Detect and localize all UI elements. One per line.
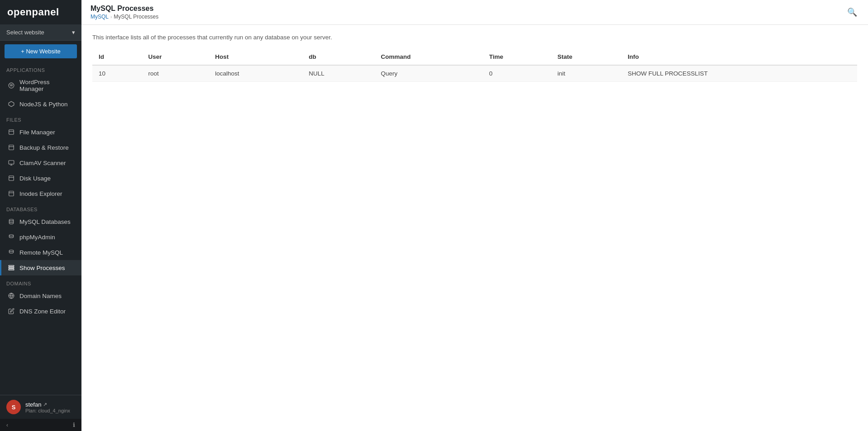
inodes-explorer-label: Inodes Explorer xyxy=(19,190,62,197)
breadcrumb-current: MySQL Processes xyxy=(114,14,158,20)
chevron-down-icon: ▾ xyxy=(72,29,75,36)
table-cell-state: init xyxy=(551,65,621,82)
sidebar-item-file-manager[interactable]: File Manager xyxy=(0,124,81,140)
sidebar-footer: S stefan ↗ Plan: cloud_4_nginx xyxy=(0,395,81,419)
collapse-sidebar-button[interactable]: ‹ xyxy=(6,422,8,428)
table-header-user: User xyxy=(142,49,209,65)
select-website-dropdown[interactable]: Select website ▾ xyxy=(0,24,81,41)
table-header-state: State xyxy=(551,49,621,65)
remote-mysql-icon xyxy=(8,249,15,256)
table-header-db: db xyxy=(302,49,374,65)
sidebar-bottom-bar: ‹ ℹ xyxy=(0,419,81,431)
svg-marker-2 xyxy=(9,101,14,107)
table-header-info: Info xyxy=(621,49,857,65)
mysql-databases-icon xyxy=(8,218,15,225)
table-cell-command: Query xyxy=(374,65,482,82)
main-content: MySQL Processes MySQL›MySQL Processes 🔍 … xyxy=(81,0,868,431)
svg-rect-6 xyxy=(9,176,14,181)
inodes-explorer-icon xyxy=(8,190,15,197)
disk-usage-label: Disk Usage xyxy=(19,175,51,182)
svg-rect-3 xyxy=(9,130,14,135)
page-title: MySQL Processes xyxy=(91,5,158,13)
sidebar-item-show-processes[interactable]: Show Processes xyxy=(0,260,81,275)
svg-rect-4 xyxy=(9,145,14,150)
dns-zone-editor-label: DNS Zone Editor xyxy=(19,308,66,315)
svg-rect-11 xyxy=(9,265,14,266)
sidebar-section-applications: Applications xyxy=(0,62,81,75)
username[interactable]: stefan ↗ xyxy=(25,401,75,408)
sidebar-item-backup-restore[interactable]: Backup & Restore xyxy=(0,140,81,155)
breadcrumb-separator: › xyxy=(110,14,112,19)
svg-rect-12 xyxy=(9,267,14,268)
domain-names-icon xyxy=(8,292,15,299)
file-manager-icon xyxy=(8,128,15,136)
phpmyadmin-label: phpMyAdmin xyxy=(19,234,55,241)
clamav-scanner-icon xyxy=(8,159,15,166)
svg-point-8 xyxy=(9,219,13,221)
wordpress-manager-icon: W xyxy=(8,82,15,89)
sidebar-item-wordpress-manager[interactable]: WWordPress Manager xyxy=(0,75,81,96)
table-row: 10rootlocalhostNULLQuery0initSHOW FULL P… xyxy=(92,65,857,82)
breadcrumb-link[interactable]: MySQL xyxy=(91,14,109,20)
sidebar-section-domains: Domains xyxy=(0,275,81,288)
file-manager-label: File Manager xyxy=(19,129,55,136)
svg-text:W: W xyxy=(10,84,13,87)
phpmyadmin-icon xyxy=(8,233,15,241)
sidebar-item-clamav-scanner[interactable]: ClamAV Scanner xyxy=(0,155,81,171)
table-header-id: Id xyxy=(92,49,142,65)
table-cell-user: root xyxy=(142,65,209,82)
svg-rect-7 xyxy=(9,191,14,196)
sidebar-item-disk-usage[interactable]: Disk Usage xyxy=(0,171,81,186)
sidebar-item-inodes-explorer[interactable]: Inodes Explorer xyxy=(0,186,81,201)
topbar: MySQL Processes MySQL›MySQL Processes 🔍 xyxy=(81,0,868,25)
table-cell-host: localhost xyxy=(209,65,302,82)
topbar-left: MySQL Processes MySQL›MySQL Processes xyxy=(91,5,158,20)
table-header-time: Time xyxy=(483,49,551,65)
sidebar-section-databases: Databases xyxy=(0,201,81,214)
show-processes-icon xyxy=(8,264,15,271)
sidebar-item-mysql-databases[interactable]: MySQL Databases xyxy=(0,214,81,229)
svg-rect-5 xyxy=(9,161,14,164)
new-website-button[interactable]: + New Website xyxy=(5,44,77,58)
domain-names-label: Domain Names xyxy=(19,293,62,299)
info-icon[interactable]: ℹ xyxy=(73,422,75,428)
sidebar: openpanel Select website ▾ + New Website… xyxy=(0,0,81,431)
wordpress-manager-label: WordPress Manager xyxy=(19,79,75,92)
nodejs-python-label: NodeJS & Python xyxy=(19,101,68,108)
content-area: This interface lists all of the processe… xyxy=(81,25,868,431)
sidebar-item-domain-names[interactable]: Domain Names xyxy=(0,288,81,303)
backup-restore-label: Backup & Restore xyxy=(19,144,69,151)
svg-point-9 xyxy=(9,235,13,237)
select-website-label: Select website xyxy=(6,29,44,36)
nodejs-python-icon xyxy=(8,100,15,108)
sidebar-item-nodejs-python[interactable]: NodeJS & Python xyxy=(0,96,81,112)
processes-table: IdUserHostdbCommandTimeStateInfo 10rootl… xyxy=(92,49,857,82)
backup-restore-icon xyxy=(8,144,15,151)
sidebar-logo: openpanel xyxy=(0,0,81,24)
avatar: S xyxy=(6,400,21,414)
breadcrumb: MySQL›MySQL Processes xyxy=(91,14,158,20)
table-cell-time: 0 xyxy=(483,65,551,82)
svg-rect-13 xyxy=(9,269,14,270)
sidebar-item-remote-mysql[interactable]: Remote MySQL xyxy=(0,245,81,260)
search-button[interactable]: 🔍 xyxy=(845,5,859,19)
dns-zone-editor-icon xyxy=(8,308,15,315)
disk-usage-icon xyxy=(8,175,15,182)
table-cell-id: 10 xyxy=(92,65,142,82)
clamav-scanner-label: ClamAV Scanner xyxy=(19,160,66,166)
mysql-databases-label: MySQL Databases xyxy=(19,218,71,225)
content-description: This interface lists all of the processe… xyxy=(92,34,857,41)
external-link-icon: ↗ xyxy=(43,402,47,407)
svg-point-10 xyxy=(9,250,13,252)
table-header-command: Command xyxy=(374,49,482,65)
user-info: stefan ↗ Plan: cloud_4_nginx xyxy=(25,401,75,413)
table-cell-info: SHOW FULL PROCESSLIST xyxy=(621,65,857,82)
table-cell-db: NULL xyxy=(302,65,374,82)
remote-mysql-label: Remote MySQL xyxy=(19,249,63,256)
table-header-host: Host xyxy=(209,49,302,65)
sidebar-item-phpmyadmin[interactable]: phpMyAdmin xyxy=(0,229,81,245)
user-plan: Plan: cloud_4_nginx xyxy=(25,408,75,413)
sidebar-item-dns-zone-editor[interactable]: DNS Zone Editor xyxy=(0,303,81,319)
show-processes-label: Show Processes xyxy=(19,265,65,271)
sidebar-section-files: Files xyxy=(0,112,81,124)
